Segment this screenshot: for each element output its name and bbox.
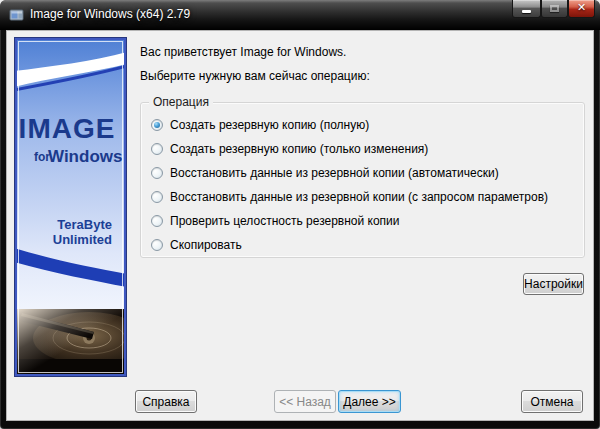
sidebar-banner: IMAGE for Windows TeraByte Unlimited: [14, 37, 127, 377]
radio-option-label: Восстановить данные из резервной копии (…: [170, 166, 499, 180]
prompt-text: Выберите нужную вам сейчас операцию:: [140, 69, 370, 83]
operation-group-label: Операция: [149, 95, 213, 109]
hard-drive-photo: [17, 309, 127, 375]
radio-icon: [151, 215, 163, 227]
radio-option-create-full[interactable]: Создать резервную копию (полную): [151, 113, 369, 137]
settings-button[interactable]: Настройки: [523, 273, 584, 295]
close-icon: ✕: [569, 1, 594, 14]
radio-icon: [151, 167, 163, 179]
radio-option-restore-auto[interactable]: Восстановить данные из резервной копии (…: [151, 161, 499, 185]
radio-icon: [151, 191, 163, 203]
maximize-button: [541, 0, 568, 18]
dialog-content: IMAGE for Windows TeraByte Unlimited: [6, 30, 594, 421]
radio-option-copy[interactable]: Скопировать: [151, 233, 242, 257]
image-for-windows-window: Image for Windows (x64) 2.79 ✕: [0, 0, 600, 429]
cancel-button[interactable]: Отмена: [521, 390, 583, 413]
minimize-icon: [522, 10, 531, 13]
radio-option-create-incremental[interactable]: Создать резервную копию (только изменени…: [151, 137, 428, 161]
next-button[interactable]: Далее >>: [338, 390, 401, 413]
back-button[interactable]: << Назад: [274, 390, 336, 413]
radio-option-label: Создать резервную копию (полную): [170, 118, 369, 132]
radio-icon: [151, 143, 163, 155]
radio-option-validate[interactable]: Проверить целостность резервной копии: [151, 209, 400, 233]
maximize-icon: [550, 5, 559, 12]
window-title: Image for Windows (x64) 2.79: [30, 7, 190, 21]
radio-option-label: Скопировать: [170, 238, 242, 252]
radio-icon: [151, 119, 163, 131]
titlebar[interactable]: Image for Windows (x64) 2.79 ✕: [0, 0, 600, 30]
company-unlimited-text: Unlimited: [53, 232, 112, 247]
caption-buttons: ✕: [512, 0, 595, 18]
brand-windows-text: Windows: [48, 147, 122, 166]
operation-group: Операция Создать резервную копию (полную…: [140, 102, 585, 258]
radio-option-restore-params[interactable]: Восстановить данные из резервной копии (…: [151, 185, 548, 209]
close-button[interactable]: ✕: [568, 0, 595, 18]
radio-option-label: Проверить целостность резервной копии: [170, 214, 400, 228]
radio-option-label: Создать резервную копию (только изменени…: [170, 142, 428, 156]
brand-image-text: IMAGE: [19, 113, 116, 144]
radio-option-label: Восстановить данные из резервной копии (…: [170, 190, 548, 204]
company-terabyte-text: TeraByte: [57, 217, 112, 232]
greeting-text: Вас приветствует Image for Windows.: [140, 45, 346, 59]
app-icon: [9, 7, 25, 23]
radio-icon: [151, 239, 163, 251]
help-button[interactable]: Справка: [135, 390, 197, 413]
minimize-button[interactable]: [512, 0, 541, 18]
